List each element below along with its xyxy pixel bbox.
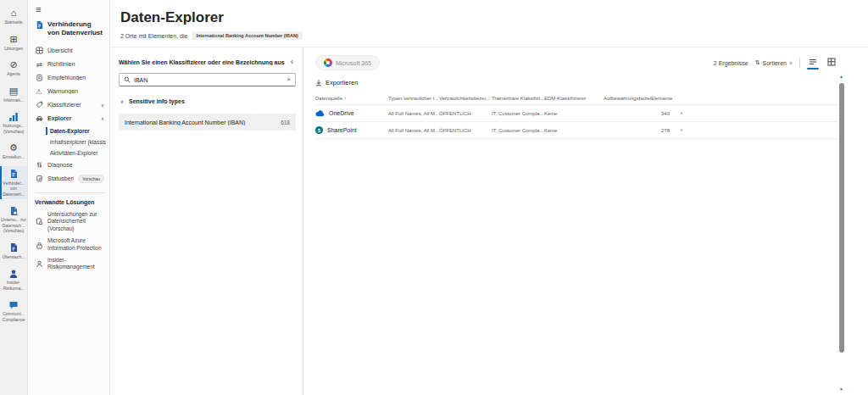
subtitle-text: 2 Orte mit Elementen, die xyxy=(120,33,187,39)
related-item-azure-information-protection[interactable]: Microsoft Azure Information Protection xyxy=(33,236,106,253)
sort-arrows-icon: ⇅ xyxy=(755,59,760,66)
sidebar-divider xyxy=(35,192,104,193)
nav-item-diagnose[interactable]: Diagnose xyxy=(33,159,106,172)
overview-icon xyxy=(35,47,43,54)
recommendations-icon xyxy=(35,74,43,81)
scrollbar-thumb[interactable] xyxy=(839,83,844,353)
dlp-document-icon xyxy=(8,169,19,180)
nav-item-daten-explorer[interactable]: Daten-Explorer xyxy=(33,125,106,136)
page-title: Daten-Explorer xyxy=(120,9,868,26)
apps-grid-icon: ⊞ xyxy=(9,34,17,45)
chevron-up-icon: ∧ xyxy=(101,116,104,121)
results-panel: Microsoft 365 2 Ergebnisse ⇅ Sortieren ∨ xyxy=(303,47,868,395)
rail-item-informationsschutz[interactable]: ▤ Informati... xyxy=(0,83,27,106)
rail-label: Einstellun... xyxy=(3,154,25,160)
cell-datenquelle: SharePoint xyxy=(315,126,388,134)
sliders-icon xyxy=(35,161,43,169)
rail-item-nutzungsbericht[interactable]: Nutzungs... (Vorschau) xyxy=(0,108,27,136)
nav-item-statusberichte[interactable]: Statusberichte Vorschau xyxy=(33,172,106,186)
rail-label: Insider-Risikoma... xyxy=(1,280,26,291)
export-button[interactable]: Exportieren xyxy=(315,79,358,86)
solution-header: Verhinderung von Datenverlust xyxy=(33,19,106,44)
scroll-up-icon[interactable]: ▲ xyxy=(839,73,843,80)
cell-edm: Keine xyxy=(544,111,604,116)
nav-item-inhaltsexplorer[interactable]: Inhaltsexplorer (klassisch) xyxy=(33,136,106,147)
column-header-elemente[interactable]: Elemente xyxy=(651,96,675,101)
rail-label: Agents xyxy=(7,71,20,77)
rail-item-loesungen[interactable]: ⊞ Lösungen xyxy=(0,31,27,54)
rail-label: Überwach... xyxy=(3,254,25,260)
search-input[interactable] xyxy=(134,77,283,83)
column-header-datenquelle[interactable]: Datenquelle ↑ xyxy=(315,96,388,101)
list-view-icon xyxy=(809,58,817,66)
item-count: 618 xyxy=(281,120,290,125)
column-header-edm[interactable]: EDM-Klassifizierer xyxy=(544,96,604,101)
table-header: Datenquelle ↑ Typen vertraulicher I... V… xyxy=(315,92,837,105)
clear-search-icon[interactable]: × xyxy=(287,76,291,83)
nav-item-warnungen[interactable]: ⚠ Warnungen xyxy=(33,85,106,98)
sort-button[interactable]: ⇅ Sortieren ∨ xyxy=(755,59,793,66)
nav-item-richtlinien[interactable]: ⇄ Richtlinien xyxy=(33,58,106,71)
column-header-aufbewahrung[interactable]: Aufbewahrungsbezei... xyxy=(604,96,651,101)
classifier-picker-panel: Wählen Sie einen Klassifizierer oder ein… xyxy=(110,47,303,395)
rail-label: Startseite xyxy=(4,19,22,25)
rail-label: Untersu... zur Datensich... (Vorschau) xyxy=(1,217,26,234)
rail-item-ueberwachung[interactable]: Überwach... xyxy=(0,240,27,263)
classifier-list-item-iban[interactable]: International Banking Account Number (IB… xyxy=(119,114,296,131)
cell-typen: All Full Names, All M... xyxy=(388,111,439,116)
column-header-vertraulichkeit[interactable]: Vertraulichkeitsbezei... xyxy=(439,96,492,101)
cell-vertraulichkeit: ÖFFENTLICH xyxy=(439,128,492,133)
table-row-sharepoint[interactable]: SharePoint All Full Names, All M... ÖFFE… xyxy=(315,122,837,139)
nav-item-empfehlungen[interactable]: Empfehlungen xyxy=(33,71,106,85)
lock-icon xyxy=(35,238,43,252)
sensitive-info-types-section[interactable]: ∧ Sensitive info types xyxy=(119,98,296,104)
column-header-trainierbare[interactable]: Trainierbare Klassifizi... xyxy=(492,96,544,101)
grid-view-icon xyxy=(827,58,836,66)
row-expand-icon[interactable]: › xyxy=(675,110,693,116)
related-item-datensicherheit[interactable]: Untersuchungen zur Datensicherheit (Vors… xyxy=(33,210,106,233)
rail-item-einstellungen[interactable]: ⚙ Einstellun... xyxy=(0,140,27,163)
vertical-scrollbar[interactable]: ▲ ▼ xyxy=(837,73,845,395)
preview-badge: Vorschau xyxy=(78,175,104,183)
row-expand-icon[interactable]: › xyxy=(675,127,693,133)
tag-icon xyxy=(35,101,43,108)
nav-item-explorer[interactable]: Explorer ∧ xyxy=(33,112,106,125)
chat-bubble-icon xyxy=(8,299,19,310)
grid-view-button[interactable] xyxy=(826,56,837,70)
rail-item-startseite[interactable]: ⌂ Startseite xyxy=(0,5,27,28)
rail-label: Lösungen xyxy=(4,46,23,52)
rail-label: Verhinder... von Datenverl... xyxy=(1,181,26,198)
policies-icon: ⇄ xyxy=(35,61,43,69)
table-row-onedrive[interactable]: OneDrive All Full Names, All M... ÖFFENT… xyxy=(315,105,837,122)
rail-item-datenverlust[interactable]: Verhinder... von Datenverl... xyxy=(0,166,27,200)
report-icon xyxy=(35,175,43,182)
classifier-chip: International Banking Account Number (IB… xyxy=(192,31,303,40)
rail-item-communication-compliance[interactable]: Communi... Compliance xyxy=(0,297,27,325)
collapse-panel-icon[interactable]: ‹ xyxy=(288,58,296,66)
related-item-insider-risikomanagement[interactable]: Insider-Risikomanagement xyxy=(33,256,106,272)
scope-pill-microsoft365[interactable]: Microsoft 365 xyxy=(315,55,380,70)
cell-elemente: 340 xyxy=(651,111,675,116)
nav-item-klassifizierer[interactable]: Klassifizierer ∨ xyxy=(33,98,106,112)
rail-item-agents[interactable]: ⊘ Agents xyxy=(0,57,27,80)
column-header-typen[interactable]: Typen vertraulicher I... xyxy=(388,96,439,101)
main-content: Daten-Explorer 2 Orte mit Elementen, die… xyxy=(110,0,868,395)
nav-item-uebersicht[interactable]: Übersicht xyxy=(33,44,106,58)
menu-toggle-button[interactable]: ≡ xyxy=(33,4,106,19)
results-toolbar: Microsoft 365 2 Ergebnisse ⇅ Sortieren ∨ xyxy=(315,54,837,71)
binoculars-icon xyxy=(35,114,43,122)
information-icon: ▤ xyxy=(9,86,18,97)
sort-ascending-icon: ↑ xyxy=(344,96,347,101)
onedrive-icon xyxy=(315,110,325,117)
scroll-down-icon[interactable]: ▼ xyxy=(839,386,843,392)
toolbar-divider xyxy=(799,58,800,68)
search-box[interactable]: × xyxy=(119,73,296,86)
picker-heading: Wählen Sie einen Klassifizierer oder ein… xyxy=(119,59,288,65)
list-view-button[interactable] xyxy=(807,56,819,70)
nav-item-aktivitaeten-explorer[interactable]: Aktivitäten-Explorer xyxy=(33,147,106,159)
hamburger-icon: ≡ xyxy=(36,4,41,14)
rail-item-datensicherheit[interactable]: Untersu... zur Datensich... (Vorschau) xyxy=(0,203,27,236)
agents-icon: ⊘ xyxy=(9,59,17,70)
rail-item-insider-risiko[interactable]: Insider-Risikoma... xyxy=(0,265,27,293)
dlp-solution-icon xyxy=(35,20,44,30)
